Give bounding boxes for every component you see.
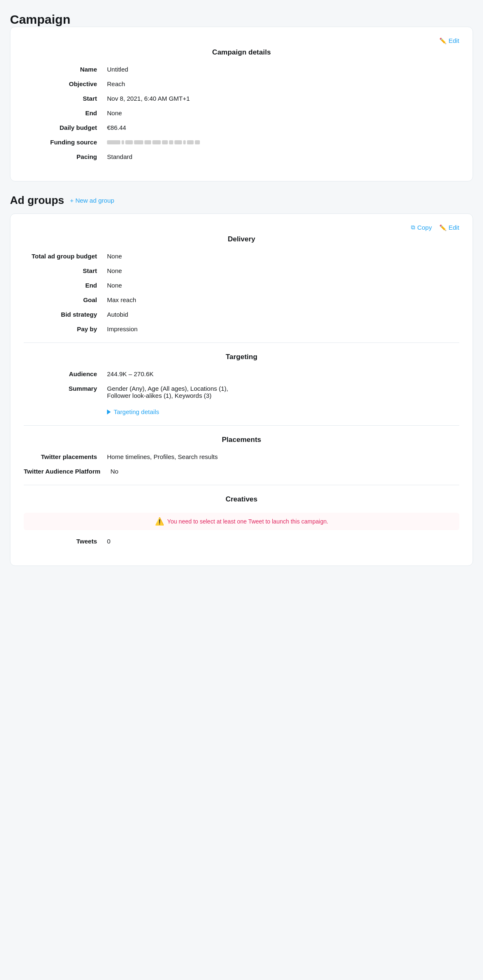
blur-block bbox=[183, 140, 186, 144]
blur-block bbox=[144, 140, 151, 144]
field-value: None bbox=[107, 253, 459, 260]
campaign-card: ✏️ Edit Campaign details NameUntitledObj… bbox=[10, 27, 473, 181]
field-value: None bbox=[107, 282, 459, 289]
field-label: Bid strategy bbox=[24, 311, 107, 318]
detail-row: ObjectiveReach bbox=[24, 80, 459, 87]
creatives-warning: ⚠️ You need to select at least one Tweet… bbox=[24, 513, 459, 530]
field-value: Reach bbox=[107, 80, 459, 87]
blur-block bbox=[134, 140, 143, 144]
field-value: Untitled bbox=[107, 66, 459, 73]
edit-label: Edit bbox=[448, 37, 459, 44]
targeting-section-title: Targeting bbox=[24, 353, 459, 361]
detail-row: StartNone bbox=[24, 267, 459, 274]
blur-block bbox=[125, 140, 133, 144]
field-label: Pacing bbox=[24, 153, 107, 160]
field-label: Funding source bbox=[24, 139, 107, 146]
new-ad-group-label: + New ad group bbox=[70, 197, 114, 204]
field-label: Start bbox=[24, 267, 107, 274]
field-value: €86.44 bbox=[107, 124, 459, 131]
targeting-details-row: Targeting details bbox=[24, 407, 459, 415]
campaign-actions: ✏️ Edit bbox=[24, 37, 459, 44]
field-value: Autobid bbox=[107, 311, 459, 318]
divider-1 bbox=[24, 342, 459, 343]
field-value: 0 bbox=[107, 538, 459, 545]
ad-group-copy-button[interactable]: ⧉ Copy bbox=[411, 224, 432, 231]
detail-row: Tweets0 bbox=[24, 538, 459, 545]
delivery-section-title: Delivery bbox=[24, 235, 459, 243]
blur-block bbox=[195, 140, 200, 144]
copy-icon: ⧉ bbox=[411, 224, 415, 231]
field-label: End bbox=[24, 109, 107, 117]
ad-groups-header: Ad groups + New ad group bbox=[10, 194, 473, 207]
field-value: Nov 8, 2021, 6:40 AM GMT+1 bbox=[107, 95, 459, 102]
campaign-edit-button[interactable]: ✏️ Edit bbox=[439, 37, 459, 44]
blur-block bbox=[174, 140, 182, 144]
chevron-right-icon bbox=[107, 409, 111, 414]
detail-row: EndNone bbox=[24, 109, 459, 117]
detail-row: Twitter Audience PlatformNo bbox=[24, 468, 459, 475]
field-label: Start bbox=[24, 95, 107, 102]
field-value: Gender (Any), Age (All ages), Locations … bbox=[107, 385, 459, 399]
field-label: Twitter Audience Platform bbox=[24, 468, 110, 475]
field-label: Pay by bbox=[24, 325, 107, 332]
blur-block bbox=[122, 140, 124, 144]
blur-block bbox=[162, 140, 168, 144]
divider-2 bbox=[24, 425, 459, 426]
creatives-fields: Tweets0 bbox=[24, 538, 459, 545]
blur-block bbox=[107, 140, 120, 144]
field-label: Objective bbox=[24, 80, 107, 87]
detail-row: NameUntitled bbox=[24, 66, 459, 73]
edit-pencil-icon: ✏️ bbox=[439, 224, 446, 231]
detail-row: Funding source bbox=[24, 139, 459, 146]
field-label: Name bbox=[24, 66, 107, 73]
ad-group-edit-label: Edit bbox=[448, 224, 459, 231]
field-label: End bbox=[24, 282, 107, 289]
targeting-details-button[interactable]: Targeting details bbox=[107, 408, 459, 415]
field-label: Summary bbox=[24, 385, 107, 392]
detail-row: EndNone bbox=[24, 282, 459, 289]
creatives-warning-text: You need to select at least one Tweet to… bbox=[167, 518, 329, 525]
ad-group-card: ⧉ Copy ✏️ Edit Delivery Total ad group b… bbox=[10, 213, 473, 566]
new-ad-group-button[interactable]: + New ad group bbox=[70, 197, 114, 204]
field-value: None bbox=[107, 267, 459, 274]
detail-row: SummaryGender (Any), Age (All ages), Loc… bbox=[24, 385, 459, 399]
detail-row: Audience244.9K – 270.6K bbox=[24, 370, 459, 377]
targeting-fields: Audience244.9K – 270.6KSummaryGender (An… bbox=[24, 370, 459, 399]
field-value: No bbox=[110, 468, 459, 475]
field-label: Goal bbox=[24, 296, 107, 303]
divider-3 bbox=[24, 485, 459, 485]
campaign-section-title: Campaign details bbox=[24, 48, 459, 57]
ad-groups-title: Ad groups bbox=[10, 194, 64, 207]
warning-icon: ⚠️ bbox=[155, 517, 164, 526]
field-value: 244.9K – 270.6K bbox=[107, 370, 459, 377]
placements-section-title: Placements bbox=[24, 436, 459, 444]
detail-row: Twitter placementsHome timelines, Profil… bbox=[24, 453, 459, 460]
placements-fields: Twitter placementsHome timelines, Profil… bbox=[24, 453, 459, 475]
funding-source-blur bbox=[107, 140, 200, 144]
detail-row: Bid strategyAutobid bbox=[24, 311, 459, 318]
field-value bbox=[107, 139, 459, 146]
ad-group-edit-button[interactable]: ✏️ Edit bbox=[439, 224, 459, 231]
field-value: Max reach bbox=[107, 296, 459, 303]
field-value: Home timelines, Profiles, Search results bbox=[107, 453, 459, 460]
detail-row: Daily budget€86.44 bbox=[24, 124, 459, 131]
pencil-icon: ✏️ bbox=[439, 37, 446, 44]
detail-row: PacingStandard bbox=[24, 153, 459, 160]
detail-row: StartNov 8, 2021, 6:40 AM GMT+1 bbox=[24, 95, 459, 102]
field-label: Tweets bbox=[24, 538, 107, 545]
creatives-section-title: Creatives bbox=[24, 495, 459, 504]
field-label: Audience bbox=[24, 370, 107, 377]
field-label: Daily budget bbox=[24, 124, 107, 131]
detail-row: Total ad group budgetNone bbox=[24, 253, 459, 260]
targeting-details-label: Targeting details bbox=[114, 408, 159, 415]
field-value: None bbox=[107, 109, 459, 117]
field-value: Impression bbox=[107, 325, 459, 332]
campaign-fields: NameUntitledObjectiveReachStartNov 8, 20… bbox=[24, 66, 459, 160]
field-label: Total ad group budget bbox=[24, 253, 107, 260]
blur-block bbox=[187, 140, 194, 144]
ad-group-actions: ⧉ Copy ✏️ Edit bbox=[24, 224, 459, 231]
blur-block bbox=[152, 140, 161, 144]
field-label: Twitter placements bbox=[24, 453, 107, 460]
page-title: Campaign bbox=[10, 12, 473, 27]
blur-block bbox=[169, 140, 173, 144]
